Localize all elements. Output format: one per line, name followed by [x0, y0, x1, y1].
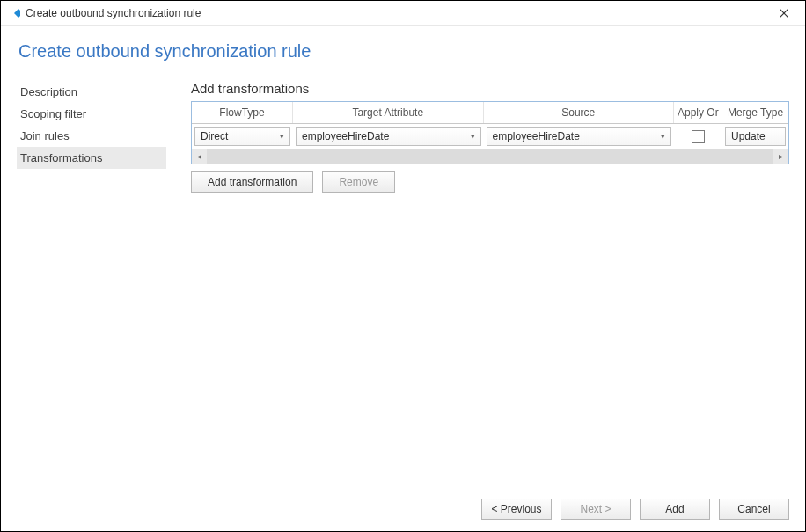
next-button[interactable]: Next >	[561, 499, 631, 520]
apply-once-cell	[674, 130, 722, 143]
col-header-source: Source	[484, 102, 675, 123]
table-row: Direct ▾ employeeHireDate ▾ employeeHire…	[192, 124, 788, 149]
scroll-right-icon[interactable]: ▸	[773, 149, 788, 164]
target-attribute-value: employeeHireDate	[302, 130, 389, 142]
close-button[interactable]	[770, 1, 798, 26]
wizard-footer: < Previous Next > Add Cancel	[1, 487, 805, 531]
section-title: Add transformations	[191, 81, 789, 96]
transformations-grid: FlowType Target Attribute Source Apply O…	[191, 101, 789, 164]
col-header-apply: Apply Or	[674, 102, 722, 123]
page-title: Create outbound synchronization rule	[17, 41, 789, 62]
scroll-left-icon[interactable]: ◂	[192, 149, 207, 164]
col-header-merge: Merge Type	[722, 102, 788, 123]
sidebar-item-scoping-filter[interactable]: Scoping filter	[17, 103, 166, 125]
sidebar-item-join-rules[interactable]: Join rules	[17, 125, 166, 147]
horizontal-scrollbar[interactable]: ◂ ▸	[192, 149, 788, 164]
apply-once-checkbox[interactable]	[692, 130, 705, 143]
previous-button[interactable]: < Previous	[481, 499, 552, 520]
wizard-steps-sidebar: Description Scoping filter Join rules Tr…	[17, 81, 166, 169]
add-transformation-button[interactable]: Add transformation	[191, 171, 313, 193]
remove-button[interactable]: Remove	[322, 171, 395, 193]
window-title: Create outbound synchronization rule	[26, 7, 201, 19]
source-value: employeeHireDate	[493, 130, 580, 142]
chevron-down-icon: ▾	[280, 132, 284, 141]
scroll-track[interactable]	[207, 149, 773, 164]
grid-header-row: FlowType Target Attribute Source Apply O…	[192, 102, 788, 124]
col-header-flowtype: FlowType	[192, 102, 293, 123]
sidebar-item-description[interactable]: Description	[17, 81, 166, 103]
merge-type-select[interactable]: Update	[725, 127, 786, 146]
sidebar-item-transformations[interactable]: Transformations	[17, 147, 166, 169]
cancel-button[interactable]: Cancel	[719, 499, 789, 520]
flowtype-select[interactable]: Direct ▾	[194, 127, 290, 146]
chevron-down-icon: ▾	[661, 132, 665, 141]
app-icon	[8, 7, 20, 19]
col-header-target: Target Attribute	[293, 102, 484, 123]
close-icon	[780, 9, 788, 18]
merge-type-value: Update	[731, 130, 766, 142]
chevron-down-icon: ▾	[471, 132, 475, 141]
source-select[interactable]: employeeHireDate ▾	[487, 127, 672, 146]
svg-rect-0	[14, 9, 20, 18]
target-attribute-select[interactable]: employeeHireDate ▾	[296, 127, 481, 146]
add-button[interactable]: Add	[640, 499, 710, 520]
window-titlebar: Create outbound synchronization rule	[1, 1, 805, 26]
flowtype-value: Direct	[201, 130, 228, 142]
